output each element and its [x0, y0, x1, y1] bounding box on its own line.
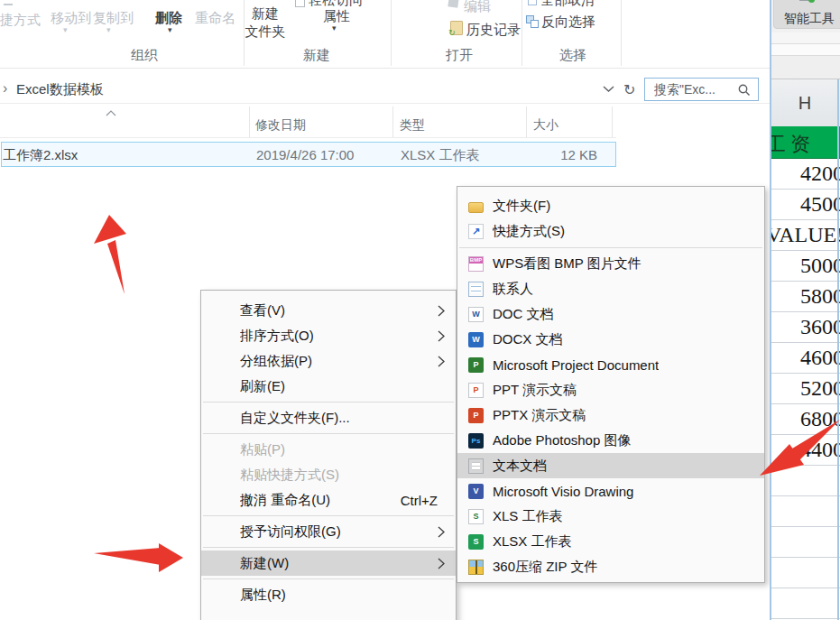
history-button[interactable]: 历史记录 [466, 22, 521, 39]
excel-cell[interactable]: 4200 [770, 159, 840, 190]
menu-item-view[interactable]: 查看(V) [201, 298, 456, 323]
submenu-item-doc[interactable]: WDOC 文档 [457, 301, 764, 327]
menu-item-label: 粘贴(P) [240, 441, 285, 458]
menu-item-give-access[interactable]: 授予访问权限(G) [201, 519, 456, 544]
excel-column-header-H[interactable]: H [770, 79, 840, 126]
excel-cell[interactable]: 3600 [770, 312, 840, 343]
submenu-item-docx[interactable]: WDOCX 文档 [457, 327, 764, 352]
column-separator[interactable] [392, 106, 393, 137]
excel-cell[interactable]: 5000 [770, 251, 840, 282]
column-header-type[interactable]: 类型 [400, 117, 425, 134]
excel-window-left-border [770, 0, 771, 620]
submenu-item-ppt[interactable]: PPPT 演示文稿 [457, 377, 764, 403]
menu-separator [203, 578, 454, 579]
excel-cell[interactable]: 4400 [770, 435, 840, 466]
text-document-icon [468, 458, 484, 474]
submenu-item-xls[interactable]: SXLS 工作表 [457, 504, 764, 529]
invert-selection-button[interactable]: 反向选择 [541, 14, 595, 31]
file-row-workbook2[interactable]: 工作簿2.xlsx 2019/4/26 17:00 XLSX 工作表 12 KB [1, 142, 616, 167]
submenu-item-shortcut[interactable]: ↗快捷方式(S) [457, 218, 764, 244]
submenu-item-zip[interactable]: 360压缩 ZIP 文件 [457, 554, 764, 579]
file-date-modified: 2019/4/26 17:00 [256, 147, 354, 162]
excel-cell[interactable] [770, 588, 840, 619]
menu-item-sort-by[interactable]: 排序方式(O) [201, 323, 456, 348]
menu-item-label: 授予访问权限(G) [240, 523, 341, 541]
chevron-down-icon[interactable] [603, 86, 614, 93]
red-arrow-right [94, 548, 161, 565]
paste-shortcut-button[interactable]: 捷方式 [0, 12, 41, 29]
photoshop-icon: Ps [468, 433, 484, 449]
submenu-item-label: PPTX 演示文稿 [493, 407, 586, 424]
column-header-size[interactable]: 大小 [533, 117, 558, 134]
submenu-item-wps-bmp[interactable]: BMPWPS看图 BMP 图片文件 [457, 251, 764, 276]
submenu-item-photoshop[interactable]: PsAdobe Photoshop 图像 [457, 428, 764, 453]
search-icon[interactable] [738, 84, 751, 97]
new-folder-button[interactable]: 新建 文件夹 [242, 5, 289, 41]
excel-cell[interactable]: 5800 [770, 282, 840, 312]
submenu-item-visio[interactable]: VMicrosoft Visio Drawing [457, 478, 764, 504]
excel-cell-title[interactable]: 工资 [770, 126, 840, 159]
menu-item-new[interactable]: 新建(W) [201, 551, 456, 576]
menu-item-group-by[interactable]: 分组依据(P) [201, 348, 456, 374]
copy-to-button[interactable]: 复制到 [93, 10, 134, 27]
excel-tab-strip [770, 32, 840, 44]
search-input[interactable] [652, 79, 743, 101]
menu-item-properties[interactable]: 属性(R) [201, 582, 456, 607]
menu-item-customize-folder[interactable]: 自定义文件夹(F)... [201, 405, 456, 430]
address-divider [0, 103, 770, 104]
bmp-image-icon: BMP [468, 256, 484, 272]
excel-cell[interactable] [770, 527, 840, 558]
excel-cell[interactable]: VALUE! [770, 220, 840, 251]
project-icon: P [468, 357, 484, 373]
menu-item-refresh[interactable]: 刷新(E) [201, 374, 456, 399]
menu-item-label: 刷新(E) [240, 378, 285, 395]
pptx-icon: P [468, 408, 484, 423]
excel-formula-bar[interactable] [770, 44, 840, 56]
contact-icon [468, 282, 484, 297]
new-folder-label-1: 新建 [252, 5, 279, 21]
chevron-down-icon: ▾ [168, 27, 172, 32]
edit-button[interactable]: 编辑 [464, 0, 491, 15]
excel-cell[interactable] [770, 558, 840, 588]
group-separator [244, 0, 245, 66]
column-header-date[interactable]: 修改日期 [255, 117, 306, 134]
excel-cell[interactable]: 5200 [770, 374, 840, 404]
menu-item-undo-rename[interactable]: 撤消 重命名(U)Ctrl+Z [201, 487, 456, 513]
smart-tools-label: 智能工具 [784, 11, 835, 27]
excel-cell[interactable] [770, 496, 840, 527]
excel-cell[interactable]: 4600 [770, 343, 840, 374]
menu-item-paste[interactable]: 粘贴(P) [201, 437, 456, 462]
file-type: XLSX 工作表 [401, 147, 480, 164]
column-separator[interactable] [249, 106, 250, 137]
excel-cell[interactable] [770, 466, 840, 496]
submenu-item-label: Adobe Photoshop 图像 [493, 432, 631, 449]
select-none-icon [528, 0, 537, 5]
new-folder-label-2: 文件夹 [245, 23, 286, 39]
search-box[interactable] [644, 78, 759, 101]
submenu-item-label: 360压缩 ZIP 文件 [493, 559, 597, 576]
column-separator[interactable] [612, 106, 613, 137]
properties-button[interactable]: 属性 [323, 8, 350, 25]
breadcrumb[interactable]: Excel数据模板 [16, 81, 104, 98]
excel-cell[interactable]: 4500 [770, 190, 840, 220]
clipboard-icon [4, 0, 13, 5]
submenu-item-folder[interactable]: 文件夹(F) [457, 193, 764, 218]
menu-item-paste-shortcut[interactable]: 粘贴快捷方式(S) [201, 462, 456, 487]
submenu-item-text-document[interactable]: 文本文档 [457, 453, 764, 478]
select-none-button[interactable]: 全部取消 [540, 0, 595, 9]
column-separator[interactable] [526, 106, 527, 137]
smart-tools-button[interactable]: 智能工具 [773, 0, 840, 29]
submenu-item-label: WPS看图 BMP 图片文件 [493, 255, 642, 273]
excel-cell[interactable]: 6800 [770, 404, 840, 435]
move-to-button[interactable]: 移动到 [51, 10, 91, 27]
submenu-arrow-icon [438, 330, 445, 342]
ribbon: 捷方式 移动到 ▾ 复制到 ▾ 删除 ▾ 重命名 新建 文件夹 轻松访问 属性 … [0, 0, 770, 69]
visio-icon: V [468, 484, 484, 499]
submenu-item-project[interactable]: PMicrosoft Project Document [457, 352, 764, 377]
rename-button[interactable]: 重命名 [195, 10, 235, 27]
submenu-item-pptx[interactable]: PPPTX 演示文稿 [457, 403, 764, 428]
submenu-item-xlsx[interactable]: SXLSX 工作表 [457, 529, 764, 554]
new-submenu: 文件夹(F) ↗快捷方式(S) BMPWPS看图 BMP 图片文件 联系人 WD… [457, 186, 765, 583]
refresh-icon[interactable]: ↻ [623, 81, 635, 98]
submenu-item-contact[interactable]: 联系人 [457, 276, 764, 301]
